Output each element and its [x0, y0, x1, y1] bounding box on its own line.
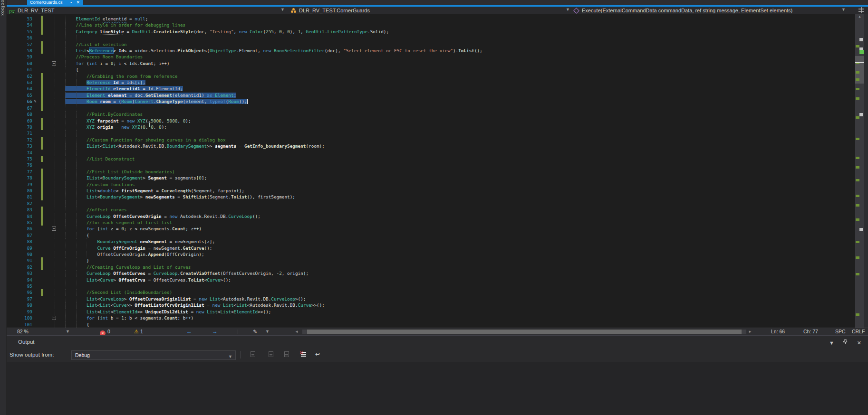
code-line[interactable]: 94 List<Curve> OffsetCrvs = OffsetCurves…	[7, 277, 855, 283]
code-line[interactable]: 85 //for each segment of first list	[7, 219, 855, 226]
split-window-handle[interactable]	[858, 7, 865, 14]
error-badge[interactable]: ✕0	[100, 328, 110, 336]
code-line[interactable]: 65 Element element = doc.GetElement(elem…	[7, 92, 855, 98]
line-number[interactable]: 86	[7, 226, 32, 232]
code-line[interactable]: 96 //Second List (InsideBoundaries)	[7, 289, 855, 295]
line-number[interactable]: 98	[7, 302, 32, 308]
line-number[interactable]: 82	[7, 200, 32, 207]
code-line[interactable]: 100− for (int b = 1; b < segments.Count;…	[7, 315, 855, 321]
line-number[interactable]: 100	[7, 315, 32, 321]
line-number[interactable]: 65	[7, 92, 32, 98]
member-dropdown[interactable]: Execute(ExternalCommandData commandData,…	[573, 7, 792, 14]
line-number[interactable]: 87	[7, 232, 32, 238]
line-number[interactable]: 62	[7, 73, 32, 79]
line-number[interactable]: 60	[7, 60, 32, 66]
hscroll-left-arrow-icon[interactable]: ◄	[295, 328, 299, 336]
chevron-down-icon[interactable]: ▼	[841, 7, 846, 12]
code-line[interactable]: 98 List<List<Curve>> OffsetListofCrvOrig…	[7, 302, 855, 308]
code-line[interactable]: 91 }	[7, 257, 855, 264]
code-line[interactable]: 88 BoundarySegment newSegment = newSegme…	[7, 238, 855, 245]
horizontal-scrollbar[interactable]	[302, 330, 746, 334]
line-number[interactable]: 85	[7, 219, 32, 226]
line-number[interactable]: 91	[7, 257, 32, 264]
code-line[interactable]: 92 //Creating Curveloop and List of curv…	[7, 264, 855, 270]
code-line[interactable]: 58 List<Reference> Ids = uidoc.Selection…	[7, 47, 855, 54]
code-line[interactable]: 101 {	[7, 321, 855, 328]
line-number[interactable]: 70	[7, 124, 32, 130]
line-number[interactable]: 84	[7, 213, 32, 219]
annotate-button[interactable]: ✎	[253, 328, 257, 336]
code-line[interactable]: 86− for (int z = 0; z < newSegments.Coun…	[7, 226, 855, 232]
tab-cornerguards[interactable]: CornerGuards.cs • ✕	[27, 0, 83, 5]
toolbox-collapsed-tab[interactable]: Toolbox	[0, 0, 7, 415]
tab-close-icon[interactable]: ✕	[76, 0, 80, 5]
code-line[interactable]: 62 //Grabbing the room from reference	[7, 73, 855, 79]
code-line[interactable]: 97 List<CurveLoop> OffsetCurvesOrigin1Li…	[7, 296, 855, 302]
code-line[interactable]: 68 //Point.ByCoordinates	[7, 111, 855, 117]
line-number[interactable]: 101	[7, 321, 32, 328]
chevron-down-icon[interactable]: ▼	[265, 329, 270, 334]
output-source-combobox[interactable]: Debug ▼	[71, 350, 236, 360]
code-line[interactable]: 53 ElementId elementid = null;	[7, 16, 855, 22]
line-number[interactable]: 78	[7, 175, 32, 181]
code-line[interactable]: 55 Category lineStyle = DocUtil.CreateLi…	[7, 28, 855, 35]
line-number[interactable]: 64	[7, 85, 32, 92]
line-number[interactable]: 76	[7, 162, 32, 168]
code-line[interactable]: 87 {	[7, 232, 855, 238]
type-dropdown[interactable]: DLR_RV_TEST.CornerGuards	[291, 7, 370, 14]
code-line[interactable]: 61 {	[7, 66, 855, 73]
code-line[interactable]: 99 List<List<ElementId>> UniqueIDsL2dLis…	[7, 309, 855, 315]
fold-toggle-icon[interactable]: −	[52, 316, 56, 320]
code-line[interactable]: 67	[7, 105, 855, 111]
line-number[interactable]: 92	[7, 264, 32, 270]
clear-all-button[interactable]: ✕	[299, 351, 307, 358]
line-number[interactable]: 58	[7, 47, 32, 54]
output-content[interactable]	[7, 362, 868, 415]
line-number[interactable]: 59	[7, 54, 32, 60]
line-number[interactable]: 53	[7, 16, 32, 22]
code-line[interactable]: 81 List<BoundarySegment> newSegments = S…	[7, 194, 855, 200]
navigate-forward-button[interactable]: →	[212, 328, 218, 336]
line-number[interactable]: 83	[7, 207, 32, 213]
pin-icon[interactable]	[843, 339, 848, 346]
code-line[interactable]: 75 //List Deconstruct	[7, 156, 855, 162]
next-message-button[interactable]	[284, 351, 291, 358]
zoom-dropdown[interactable]: 82 %	[17, 328, 29, 336]
vertical-scrollbar[interactable]: ▲	[855, 14, 864, 328]
line-number[interactable]: 55	[7, 28, 32, 35]
line-number[interactable]: 88	[7, 238, 32, 245]
line-number[interactable]: 54	[7, 22, 32, 28]
code-line[interactable]: 82	[7, 200, 855, 207]
line-number[interactable]: 93	[7, 270, 32, 276]
line-number[interactable]: 96	[7, 289, 32, 295]
line-number[interactable]: 61	[7, 66, 32, 73]
chevron-down-icon[interactable]: ▼	[66, 329, 70, 334]
code-line[interactable]: 69 XYZ farpoint = new XYZ(-5000, 5000, 0…	[7, 118, 855, 124]
line-number[interactable]: 90	[7, 251, 32, 257]
code-line[interactable]: 64 ElementId elementid1 = Id.ElementId;	[7, 85, 855, 92]
line-number[interactable]: 57	[7, 41, 32, 47]
navigate-back-button[interactable]: ←	[186, 328, 192, 336]
fold-toggle-icon[interactable]: −	[52, 61, 56, 66]
code-line[interactable]: 76	[7, 162, 855, 168]
line-number[interactable]: 97	[7, 296, 32, 302]
code-line[interactable]: 70 XYZ origin = new XYZ(0, 0, 0);	[7, 124, 855, 130]
line-number[interactable]: 81	[7, 194, 32, 200]
code-line[interactable]: 95	[7, 283, 855, 289]
line-number[interactable]: 80	[7, 188, 32, 194]
code-line[interactable]: 79 //custom functions	[7, 181, 855, 188]
warning-badge[interactable]: ⚠1	[134, 328, 143, 336]
line-number[interactable]: 67	[7, 105, 32, 111]
code-line[interactable]: 63 Reference Id = Ids[i];	[7, 79, 855, 85]
code-line[interactable]: 90 OffsetCurvesOrigin.Append(OffCrvOrigi…	[7, 251, 855, 257]
line-number[interactable]: 89	[7, 245, 32, 251]
line-number[interactable]: 99	[7, 309, 32, 315]
code-line[interactable]: 54 //Line style in order for debugging l…	[7, 22, 855, 28]
code-line[interactable]: 84 CurveLoop OffsetCurvesOrigin = new Au…	[7, 213, 855, 219]
code-line[interactable]: 60− for (int i = 0; i < Ids.Count; i++)	[7, 60, 855, 66]
line-number[interactable]: 71	[7, 130, 32, 136]
code-line[interactable]: 59 //Process Room Boundaries	[7, 54, 855, 60]
code-line[interactable]: 72 //Custom Function for showing curves …	[7, 137, 855, 143]
chevron-down-icon[interactable]: ▼	[228, 352, 232, 361]
scroll-up-arrow-icon[interactable]: ▲	[855, 15, 864, 18]
